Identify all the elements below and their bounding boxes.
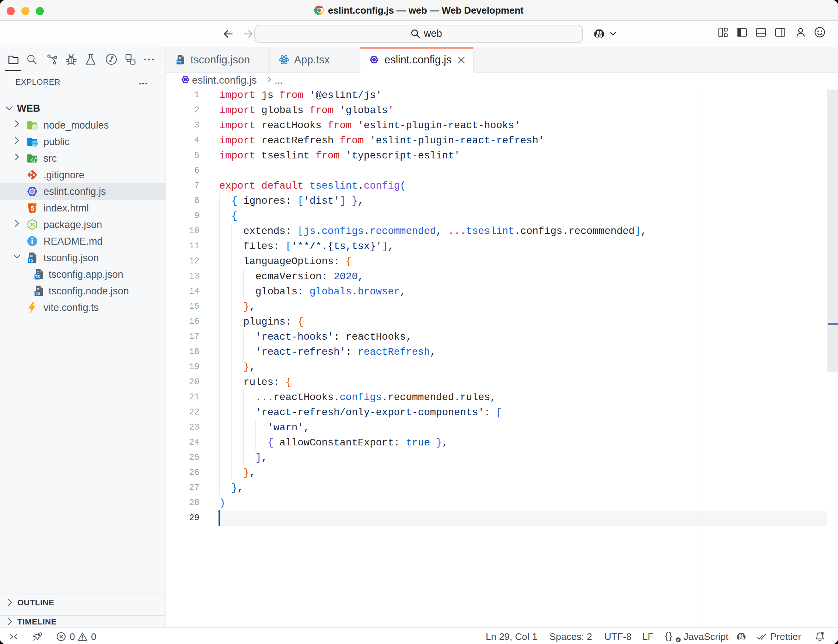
svg-text:TS: TS (35, 274, 40, 279)
svg-text:5: 5 (31, 205, 34, 212)
svg-text:TS: TS (35, 291, 40, 296)
svg-text:TS: TS (28, 258, 33, 262)
svg-text:JS: JS (30, 223, 35, 228)
svg-text:TS: TS (177, 60, 182, 64)
